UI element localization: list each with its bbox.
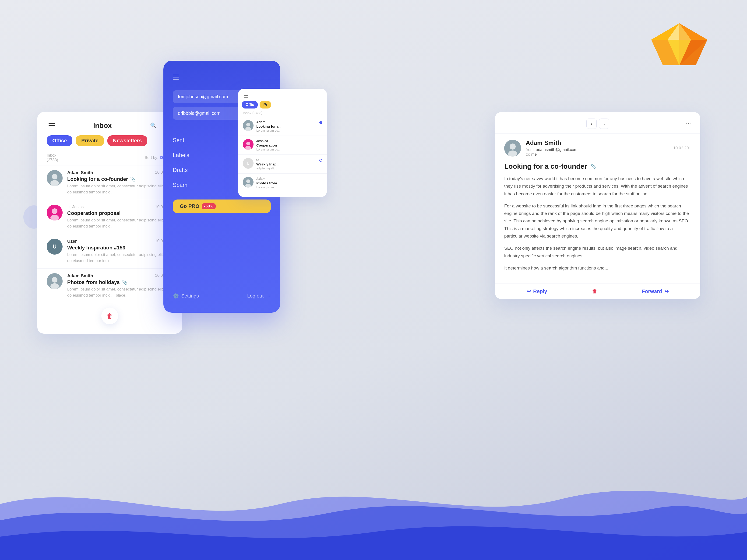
menu-hamburger-icon[interactable] <box>173 75 179 81</box>
nav-next-button[interactable]: › <box>599 118 609 129</box>
logout-icon: → <box>266 293 271 299</box>
inbox-header: Inbox 🔍 ✏️ <box>37 112 182 135</box>
mini-unread-dot-1 <box>319 121 322 124</box>
svg-point-15 <box>50 215 59 220</box>
reply-icon: ↩ <box>526 288 531 294</box>
detail-body-p4: It determines how a search algorithm fun… <box>504 264 691 272</box>
forward-icon: ↪ <box>664 288 669 294</box>
attachment-icon-1: 📎 <box>130 177 135 182</box>
email-subject-3: Weekly Inspiration #153 <box>67 245 173 251</box>
svg-point-14 <box>52 208 57 214</box>
detail-navigation: ‹ › <box>586 118 609 129</box>
tab-office[interactable]: Office <box>47 135 72 146</box>
email-item-4[interactable]: Adam Smith Photos from holidays 📎 Lorem … <box>37 268 182 303</box>
mini-hamburger-icon[interactable] <box>244 94 248 99</box>
tab-newsletters[interactable]: Newsletters <box>107 135 148 146</box>
menu-header <box>173 75 271 81</box>
svg-point-20 <box>246 123 250 127</box>
detail-sender-row: Adam Smith from: adamsmith@gmail.com to:… <box>495 134 700 162</box>
nav-prev-button[interactable]: ‹ <box>586 118 597 129</box>
inbox-meta: Inbox (2733) Sort by: Date ▾ <box>37 151 182 165</box>
email-preview-2: Lorem ipsum dolor sit amet, consectetur … <box>67 217 173 229</box>
search-button[interactable]: 🔍 <box>148 121 158 131</box>
delete-button[interactable]: 🗑 <box>101 308 118 324</box>
email-item-2[interactable]: → Jessica Cooperation proposal Lorem ips… <box>37 200 182 234</box>
menu-footer: ⚙️ Settings Log out → <box>173 284 271 299</box>
logout-item[interactable]: Log out → <box>247 293 271 299</box>
sketch-app-icon <box>649 19 710 70</box>
mini-avatar-2 <box>243 139 254 150</box>
email-subject-4: Photos from holidays 📎 <box>67 279 173 285</box>
email-subject-1: Looking for a co-founder 📎 <box>67 176 173 182</box>
detail-avatar <box>504 140 521 157</box>
svg-point-26 <box>246 180 250 183</box>
email-preview-4: Lorem ipsum dolor sit amet, consectetur … <box>67 286 173 298</box>
mini-content-3: U Weekly Inspi... adipiscing elit... <box>256 158 319 170</box>
go-pro-button[interactable]: Go PRO -50% <box>173 199 271 213</box>
email-subject-2: Cooperation proposal <box>67 210 173 216</box>
mini-avatar-3: U <box>243 158 254 169</box>
inbox-panel: Inbox 🔍 ✏️ Office Private Newsletters In… <box>37 112 182 334</box>
email-preview-1: Lorem ipsum dolor sit amet, consectetur … <box>67 183 173 195</box>
email-preview-3: Lorem ipsum dolor sit amet, consectetur … <box>67 252 173 264</box>
detail-subject: Looking for a co-founder <box>504 162 587 170</box>
attachment-icon-4: 📎 <box>122 280 127 285</box>
mini-email-item-1[interactable]: Adam Looking for a... Lorem ipsum do... <box>238 117 327 136</box>
mini-header <box>238 89 327 101</box>
detail-date: 10.02.201 <box>673 146 691 151</box>
detail-sender-info: Adam Smith from: adamsmith@gmail.com to:… <box>526 139 669 157</box>
mini-avatar-4 <box>243 177 254 188</box>
mini-tabs: Offic Pr <box>238 101 327 111</box>
avatar-u-1: U <box>47 239 62 255</box>
mini-unread-circle-3 <box>319 159 322 162</box>
more-options-button[interactable]: ⋯ <box>686 121 691 127</box>
email-detail-panel: ← ‹ › ⋯ Adam Smith from: adamsmith@gmail… <box>495 112 700 299</box>
detail-footer: ↩ Reply 🗑 Forward ↪ <box>495 284 700 299</box>
avatar-adam-1 <box>47 170 62 186</box>
detail-body-p3: SEO not only affects the search engine r… <box>504 244 691 260</box>
detail-body: In today's net-savvy world it has become… <box>495 175 700 284</box>
delete-button-container: 🗑 <box>37 308 182 324</box>
svg-point-23 <box>246 142 250 145</box>
inbox-label-count: Inbox (2733) <box>47 153 58 162</box>
svg-point-17 <box>52 277 57 283</box>
mini-content-1: Adam Looking for a... Lorem ipsum do... <box>256 120 319 132</box>
svg-point-12 <box>50 180 59 186</box>
detail-body-p1: In today's net-savvy world it has become… <box>504 175 691 197</box>
svg-point-29 <box>510 143 516 150</box>
detail-from: from: adamsmith@gmail.com <box>526 148 669 152</box>
email-item-1[interactable]: Adam Smith Looking for a co-founder 📎 Lo… <box>37 165 182 200</box>
settings-item[interactable]: ⚙️ Settings <box>173 293 199 299</box>
detail-delete-button[interactable]: 🗑 <box>592 288 597 294</box>
detail-delete-icon: 🗑 <box>592 288 597 294</box>
mini-email-item-2[interactable]: Jessica Cooperation Lorem ipsum do... <box>238 136 327 155</box>
mini-inbox-label: Inbox (2733) <box>238 111 327 117</box>
detail-body-p2: For a website to be successful its link … <box>504 202 691 240</box>
tab-private[interactable]: Private <box>76 135 104 146</box>
mini-tab-office[interactable]: Offic <box>242 101 258 108</box>
mini-avatar-1 <box>243 120 254 131</box>
detail-toolbar: ← ‹ › ⋯ <box>495 112 700 134</box>
mini-email-item-4[interactable]: Adam Photos from... Lorem ipsum d... <box>238 174 327 192</box>
email-item-3[interactable]: U Uzer Weekly Inspiration #153 Lorem ips… <box>37 234 182 268</box>
inbox-title: Inbox <box>93 122 112 130</box>
forward-button[interactable]: Forward ↪ <box>642 288 669 294</box>
hamburger-icon <box>49 123 55 128</box>
avatar-jessica-1 <box>47 205 62 220</box>
mini-content-4: Adam Photos from... Lorem ipsum d... <box>256 177 322 189</box>
mini-email-item-3[interactable]: U U Weekly Inspi... adipiscing elit... <box>238 155 327 174</box>
avatar-adam-2 <box>47 273 62 289</box>
mini-tab-private[interactable]: Pr <box>260 101 271 108</box>
inbox-tabs: Office Private Newsletters <box>37 135 182 151</box>
detail-attachment-icon: 📎 <box>591 164 596 169</box>
svg-point-18 <box>50 283 59 289</box>
mini-email-panel: Offic Pr Inbox (2733) Adam Looking for a… <box>238 89 327 197</box>
menu-button[interactable] <box>47 121 57 131</box>
reply-button[interactable]: ↩ Reply <box>526 288 547 294</box>
detail-sender-name: Adam Smith <box>526 139 669 146</box>
svg-point-11 <box>52 174 57 180</box>
detail-subject-row: Looking for a co-founder 📎 <box>495 162 700 175</box>
mini-content-2: Jessica Cooperation Lorem ipsum do... <box>256 139 322 151</box>
back-button[interactable]: ← <box>504 121 510 127</box>
settings-icon: ⚙️ <box>173 293 179 299</box>
